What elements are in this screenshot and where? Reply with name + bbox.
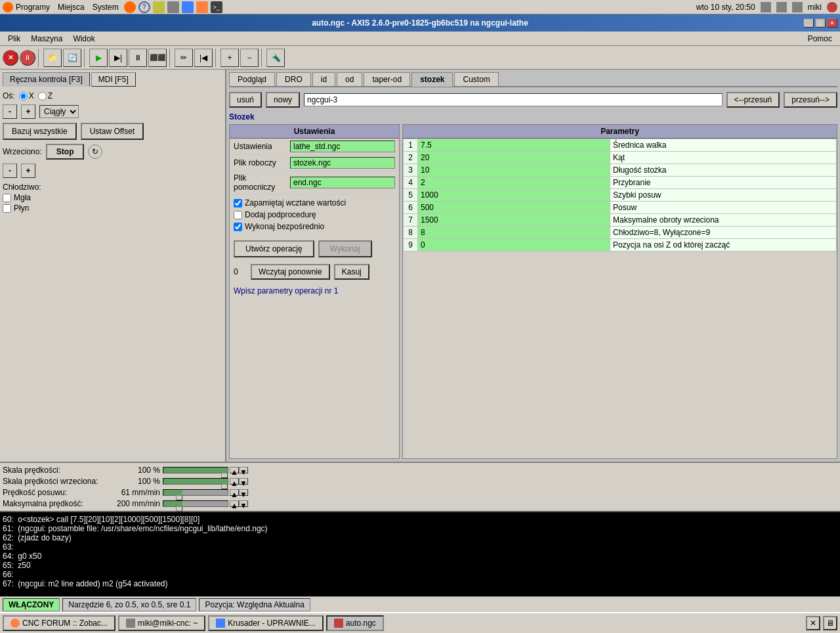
max-speed-track[interactable] — [163, 500, 228, 507]
taskbar-item-0[interactable]: CNC FORUM :: Zobac... — [3, 615, 116, 631]
param-value-input[interactable] — [421, 190, 607, 200]
run-button[interactable]: ▶ — [89, 49, 108, 67]
param-value-input[interactable] — [421, 215, 607, 225]
marker-button[interactable]: |◀ — [194, 49, 213, 67]
cb-remember[interactable] — [234, 199, 242, 207]
taskbar-item-1[interactable]: miki@miki-cnc: ~ — [118, 615, 205, 631]
spindle-inc[interactable]: ▲ — [230, 478, 239, 485]
max-speed-inc[interactable]: ▲ — [230, 500, 239, 507]
tab-stozek[interactable]: stozek — [411, 72, 453, 87]
tab-taper-od[interactable]: taper-od — [364, 72, 410, 86]
speed-scale-thumb[interactable] — [221, 473, 228, 478]
stop-button[interactable]: Stop — [46, 144, 85, 160]
edit-button[interactable]: ✏ — [175, 49, 193, 67]
delete-button[interactable]: Kasuj — [334, 264, 369, 280]
sys-menu-system[interactable]: System — [93, 3, 119, 12]
cb-execute[interactable] — [234, 223, 242, 231]
fluid-checkbox[interactable] — [3, 204, 11, 213]
jog-mode-select[interactable]: Ciągły — [39, 105, 79, 118]
cb-subproc[interactable] — [234, 211, 242, 219]
setting-value-0[interactable] — [290, 141, 395, 152]
delete-op-button[interactable]: usuń — [229, 92, 262, 108]
axis-x-radio[interactable] — [19, 92, 28, 100]
minimize-button[interactable]: _ — [803, 18, 814, 28]
taskbar-item-2[interactable]: Krusader - UPRAWNIE... — [208, 615, 324, 631]
console[interactable]: 60: o<stozek> call [7.5][20][10][2][1000… — [0, 511, 840, 596]
menu-widok[interactable]: Widok — [68, 33, 100, 45]
new-op-button[interactable]: nowy — [266, 92, 300, 108]
param-value[interactable] — [418, 202, 610, 214]
speed-scale-dec[interactable]: ▼ — [239, 467, 248, 473]
tab-manual-control[interactable]: Ręczna kontrola [F3] — [3, 72, 90, 87]
base-all-button[interactable]: Bazuj wszystkie — [3, 123, 77, 140]
feed-dec[interactable]: ▼ — [239, 489, 248, 496]
zoom-in-button[interactable]: + — [220, 49, 239, 67]
spindle-plus-button[interactable]: + — [21, 164, 35, 178]
power-icon[interactable] — [827, 2, 837, 12]
feed-rate-thumb[interactable] — [176, 495, 182, 500]
param-value[interactable] — [418, 189, 610, 202]
param-value-input[interactable] — [421, 228, 607, 237]
taskbar-item-3[interactable]: auto.ngc — [326, 615, 384, 631]
jog-plus-button[interactable]: + — [21, 104, 35, 119]
param-value[interactable] — [418, 139, 610, 152]
tab-custom[interactable]: Custom — [454, 72, 498, 86]
param-value[interactable] — [418, 214, 610, 227]
param-value-input[interactable] — [421, 240, 607, 250]
tab-dro[interactable]: DRO — [276, 72, 311, 86]
axis-x-label[interactable]: X — [19, 91, 34, 100]
create-op-button[interactable]: Utwórz operację — [234, 240, 314, 257]
menu-maszyna[interactable]: Maszyna — [26, 33, 68, 45]
tab-od[interactable]: od — [337, 72, 362, 86]
taskbar-close-button[interactable]: ✕ — [806, 616, 820, 630]
param-value-input[interactable] — [421, 141, 607, 150]
param-value[interactable] — [418, 239, 610, 251]
param-value-input[interactable] — [421, 203, 607, 212]
param-value[interactable] — [418, 177, 610, 189]
tab-id[interactable]: id — [312, 72, 335, 86]
spindle-minus-button[interactable]: - — [3, 164, 17, 178]
spindle-dec[interactable]: ▼ — [239, 478, 248, 485]
pause-button[interactable]: ⏸ — [20, 50, 35, 66]
param-value-input[interactable] — [421, 153, 607, 162]
feed-rate-track[interactable] — [163, 489, 228, 496]
sys-menu-programy[interactable]: Programy — [16, 3, 50, 12]
tab-podglad[interactable]: Podgląd — [229, 72, 275, 86]
spindle-scale-track[interactable] — [163, 478, 228, 485]
op-name-input[interactable] — [304, 93, 723, 106]
param-value-input[interactable] — [421, 178, 607, 187]
speed-scale-track[interactable] — [163, 467, 228, 473]
param-value[interactable] — [418, 152, 610, 164]
nav-right-button[interactable]: przesuń--> — [784, 92, 837, 108]
spindle-rotate-button[interactable]: ↻ — [88, 144, 102, 159]
axis-z-radio[interactable] — [38, 92, 47, 100]
close-button[interactable]: × — [827, 18, 837, 28]
fog-checkbox[interactable] — [3, 194, 11, 202]
max-speed-thumb[interactable] — [176, 506, 182, 512]
sys-menu-miejsca[interactable]: Miejsca — [58, 3, 85, 12]
maximize-button[interactable]: □ — [815, 18, 826, 28]
reload-button[interactable]: Wczytaj ponownie — [251, 264, 330, 280]
step-button[interactable]: ▶| — [109, 49, 127, 67]
zoom-out-button[interactable]: − — [240, 49, 259, 67]
tab-mdi[interactable]: MDI [F5] — [91, 72, 136, 87]
axis-z-label[interactable]: Z — [38, 91, 52, 100]
estop-button[interactable]: ✕ — [3, 50, 18, 66]
nav-left-button[interactable]: <--przesuń — [726, 92, 780, 108]
pause2-button[interactable]: ⏸ — [129, 49, 147, 67]
setting-value-1[interactable] — [290, 157, 395, 169]
feed-inc[interactable]: ▲ — [230, 489, 239, 496]
max-speed-dec[interactable]: ▼ — [239, 500, 248, 507]
reload-button[interactable]: 🔄 — [63, 49, 81, 67]
param-value-input[interactable] — [421, 165, 607, 175]
stop-toolbar-button[interactable]: ⬛⬛ — [148, 49, 167, 67]
spindle-scale-thumb[interactable] — [221, 484, 228, 489]
setting-value-2[interactable] — [290, 177, 395, 188]
param-value[interactable] — [418, 227, 610, 239]
menu-pomoc[interactable]: Pomoc — [803, 33, 837, 45]
param-value[interactable] — [418, 164, 610, 177]
set-offset-button[interactable]: Ustaw Offset — [81, 123, 144, 140]
speed-scale-inc[interactable]: ▲ — [230, 467, 239, 473]
help-icon[interactable]: ? — [138, 1, 150, 13]
menu-plik[interactable]: Plik — [3, 33, 26, 45]
